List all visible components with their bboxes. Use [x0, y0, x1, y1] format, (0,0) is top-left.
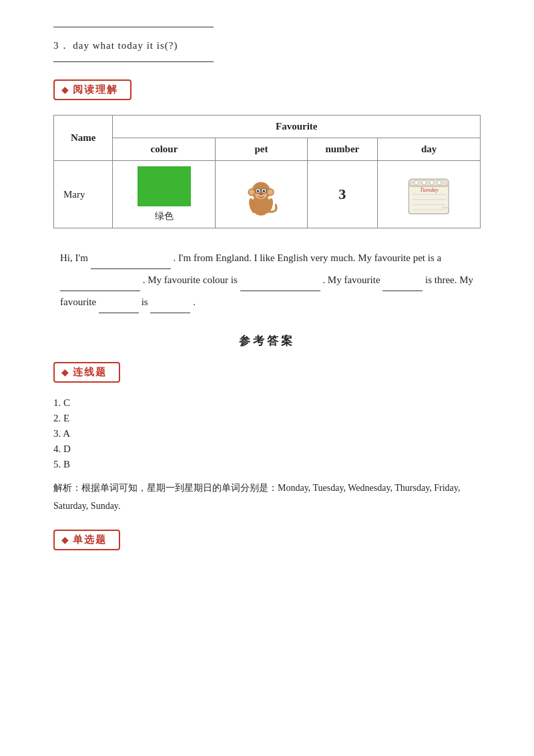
para-text2: . I'm from England. I like English very … [173, 252, 441, 263]
reading-paragraph: Hi, I'm . I'm from England. I like Engli… [53, 247, 481, 313]
blank-colour [240, 291, 320, 291]
para-text7: . [193, 297, 196, 307]
number-value: 3 [338, 186, 346, 202]
table-col-colour: colour [113, 138, 216, 161]
svg-point-16 [260, 192, 263, 195]
table-col-number: number [307, 138, 378, 161]
section-header-label: 阅读理解 [73, 83, 118, 96]
section-header-single-label: 单选题 [73, 534, 107, 546]
para-text4: . My favourite [322, 274, 380, 285]
svg-point-9 [257, 190, 260, 192]
svg-point-12 [264, 190, 265, 191]
table-col-day: day [378, 138, 481, 161]
svg-point-3 [250, 190, 255, 195]
section-header-single: ◆ 单选题 [53, 530, 120, 550]
blank-favourite2 [99, 313, 139, 313]
diamond-icon-2: ◆ [61, 367, 69, 378]
diamond-icon: ◆ [61, 84, 69, 96]
table-cell-number: 3 [307, 161, 378, 228]
analysis-text: 解析：根据单词可知，星期一到星期日的单词分别是：Monday, Tuesday,… [53, 480, 481, 515]
table-cell-pet [216, 161, 307, 228]
para-text6: is [142, 297, 148, 307]
svg-point-24 [437, 180, 441, 184]
svg-text:Tuesday: Tuesday [420, 186, 439, 192]
svg-point-5 [268, 190, 274, 195]
list-item: 5. B [53, 459, 481, 470]
answer-title: 参考答案 [53, 333, 481, 349]
section-header-matching: ◆ 连线题 [53, 362, 120, 383]
colour-label-text: 绿色 [117, 210, 211, 222]
blank-pet [60, 291, 140, 291]
table-cell-colour: 绿色 [113, 161, 216, 228]
list-item: 2. E [53, 413, 481, 424]
section-header-reading: ◆ 阅读理解 [53, 79, 131, 100]
section-header-matching-label: 连线题 [73, 366, 107, 379]
list-item: 4. D [53, 443, 481, 455]
svg-point-11 [258, 190, 259, 191]
para-text3: . My favourite colour is [143, 274, 238, 285]
svg-point-23 [429, 180, 433, 184]
green-color-box [138, 166, 191, 206]
blank-favourite3 [150, 313, 190, 313]
para-text1: Hi, I'm [60, 252, 88, 263]
table-cell-name: Mary [54, 161, 113, 228]
top-line [53, 27, 214, 27]
blank-favourite1 [382, 291, 423, 291]
svg-point-22 [422, 180, 426, 184]
question-3: 3． day what today it is(?) [53, 39, 481, 52]
tuesday-notebook-icon: Tuesday [403, 173, 456, 216]
analysis-content: 根据单词可知，星期一到星期日的单词分别是：Monday, Tuesday, We… [53, 483, 460, 511]
svg-point-21 [414, 180, 418, 184]
diamond-icon-3: ◆ [61, 534, 69, 546]
svg-point-10 [263, 190, 266, 192]
list-item: 1. C [53, 397, 481, 409]
bottom-line [53, 61, 214, 62]
answer-list: 1. C 2. E 3. A 4. D 5. B [53, 397, 481, 470]
reading-table: Name Favourite colour pet number day Mar… [53, 115, 481, 228]
table-header-favourite: Favourite [113, 116, 481, 138]
monkey-icon [238, 171, 284, 218]
table-col-pet: pet [216, 138, 307, 161]
table-cell-day: Tuesday [378, 161, 481, 228]
analysis-label: 解析： [53, 483, 81, 493]
table-header-name: Name [54, 116, 113, 161]
list-item: 3. A [53, 428, 481, 439]
blank-name [91, 268, 171, 269]
